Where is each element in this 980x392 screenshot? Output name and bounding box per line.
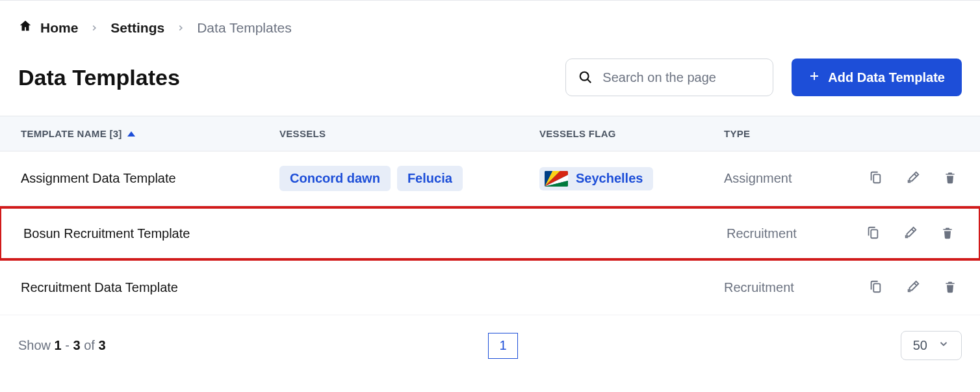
search-icon (578, 70, 593, 85)
svg-rect-5 (873, 174, 880, 183)
delete-button[interactable] (941, 277, 959, 298)
copy-icon (868, 280, 883, 296)
flag-label: Seychelles (576, 171, 643, 186)
copy-button[interactable] (866, 168, 885, 189)
plus-icon (808, 70, 820, 85)
trash-icon (941, 226, 954, 242)
sort-asc-icon (127, 131, 135, 137)
edit-button[interactable] (903, 277, 923, 298)
copy-button[interactable] (866, 277, 885, 298)
template-name: Recruitment Data Template (21, 280, 178, 295)
trash-icon (944, 170, 957, 187)
svg-rect-6 (871, 229, 877, 238)
add-data-template-button[interactable]: Add Data Template (792, 59, 962, 96)
svg-line-1 (587, 79, 591, 83)
vessel-chip[interactable]: Concord dawn (279, 166, 391, 191)
delete-button[interactable] (941, 168, 959, 189)
type-value: Assignment (724, 171, 792, 185)
breadcrumb-home[interactable]: Home (18, 19, 78, 36)
col-header-vessels[interactable]: VESSELS (279, 128, 539, 139)
page-title: Data Templates (18, 65, 180, 90)
col-header-flag[interactable]: VESSELS FLAG (539, 128, 724, 139)
type-value: Recruitment (724, 280, 794, 294)
svg-point-0 (580, 72, 589, 81)
copy-button[interactable] (863, 223, 883, 244)
table-row[interactable]: Recruitment Data TemplateRecruitment (0, 261, 980, 315)
delete-button[interactable] (938, 223, 957, 244)
breadcrumb-current: Data Templates (197, 20, 292, 36)
copy-icon (866, 226, 880, 242)
table-row[interactable]: Bosun Recruitment TemplateRecruitment (0, 206, 980, 261)
template-name: Assignment Data Template (21, 171, 176, 186)
copy-icon (868, 170, 883, 187)
home-icon (18, 19, 32, 36)
breadcrumb-home-label: Home (40, 20, 78, 36)
edit-icon (903, 226, 918, 242)
edit-icon (906, 280, 920, 296)
col-header-type[interactable]: TYPE (724, 128, 842, 139)
chevron-right-icon (90, 20, 99, 36)
breadcrumb-settings-label: Settings (110, 20, 164, 36)
vessel-chip[interactable]: Felucia (397, 166, 463, 191)
pagination-summary: Show 1 - 3 of 3 (18, 338, 106, 353)
template-name: Bosun Recruitment Template (23, 226, 190, 241)
edit-button[interactable] (901, 223, 920, 244)
table-row[interactable]: Assignment Data TemplateConcord dawnFelu… (0, 151, 980, 206)
page-number-1[interactable]: 1 (488, 333, 518, 359)
edit-button[interactable] (903, 168, 923, 189)
type-value: Recruitment (727, 226, 797, 241)
col-header-template-name[interactable]: TEMPLATE NAME [3] (21, 128, 279, 139)
chevron-right-icon (176, 20, 185, 36)
breadcrumb-settings[interactable]: Settings (110, 20, 164, 36)
page-size-value: 50 (913, 338, 927, 353)
breadcrumb: Home Settings Data Templates (0, 1, 980, 36)
search-input[interactable] (565, 59, 773, 96)
svg-rect-7 (873, 283, 880, 292)
table-header: TEMPLATE NAME [3] VESSELS VESSELS FLAG T… (0, 116, 980, 151)
edit-icon (906, 170, 920, 187)
trash-icon (944, 280, 957, 296)
flag-chip[interactable]: Seychelles (539, 167, 653, 190)
chevron-down-icon (938, 338, 949, 353)
search-field[interactable] (565, 59, 773, 96)
page-size-selector[interactable]: 50 (901, 331, 962, 360)
add-button-label: Add Data Template (828, 70, 945, 85)
